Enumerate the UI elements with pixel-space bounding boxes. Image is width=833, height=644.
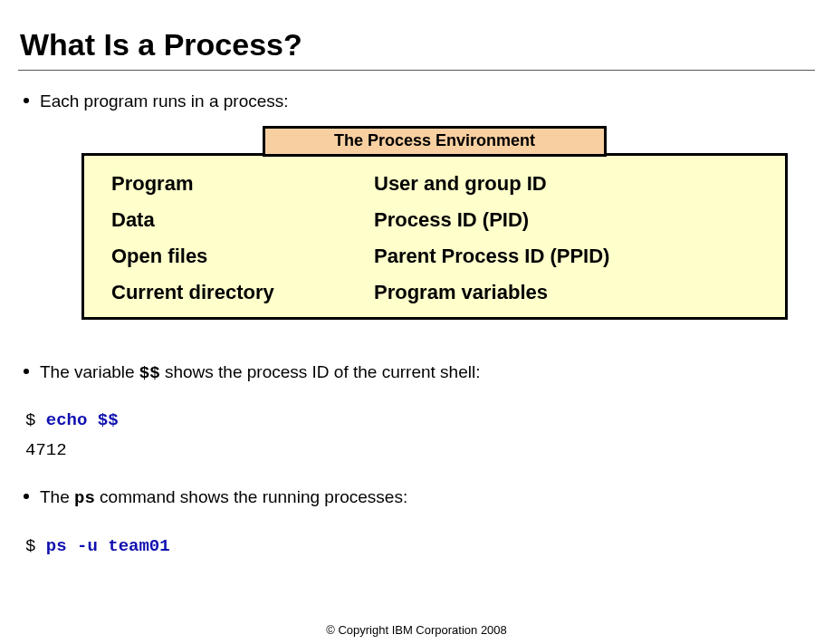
env-header-text: The Process Environment — [334, 131, 535, 150]
env-cell: Program — [111, 172, 374, 196]
title-rule — [18, 70, 815, 71]
bullet-dot-icon — [24, 494, 29, 499]
slide-title: What Is a Process? — [20, 27, 815, 62]
env-row: Current directory Program variables — [111, 281, 758, 304]
bullet-item: The variable $$ shows the process ID of … — [24, 361, 815, 385]
env-cell: Program variables — [374, 281, 548, 304]
bullet-item: The ps command shows the running process… — [24, 486, 815, 510]
env-cell: User and group ID — [374, 172, 547, 196]
shell-prompt: $ — [25, 536, 46, 556]
env-cell: Process ID (PID) — [374, 208, 529, 232]
env-header-box: The Process Environment — [263, 126, 607, 157]
bullet-text: The variable $$ shows the process ID of … — [40, 361, 480, 385]
bullet-text: The ps command shows the running process… — [40, 486, 407, 510]
inline-code: $$ — [139, 363, 160, 383]
shell-prompt: $ — [25, 410, 46, 430]
env-cell: Parent Process ID (PPID) — [374, 245, 609, 268]
code-line: $ ps -u team01 — [25, 532, 815, 561]
shell-command: ps -u team01 — [46, 536, 170, 556]
shell-output: 4712 — [25, 436, 815, 465]
shell-command: echo $$ — [46, 410, 119, 430]
inline-code: ps — [74, 488, 95, 508]
env-cell: Current directory — [111, 281, 374, 304]
bullet-dot-icon — [24, 98, 29, 103]
bullet-text-part: The — [40, 487, 74, 506]
env-row: Program User and group ID — [111, 172, 758, 196]
copyright-footer: © Copyright IBM Corporation 2008 — [0, 623, 833, 637]
process-environment-diagram: The Process Environment Program User and… — [81, 126, 788, 293]
env-row: Data Process ID (PID) — [111, 208, 758, 232]
code-example: $ ps -u team01 — [25, 532, 815, 561]
env-row: Open files Parent Process ID (PPID) — [111, 245, 758, 268]
code-example: $ echo $$ 4712 — [25, 406, 815, 465]
bullet-text-part: The variable — [40, 362, 139, 381]
bullet-item: Each program runs in a process: — [24, 91, 815, 113]
env-cell: Open files — [111, 245, 374, 268]
env-body-box: Program User and group ID Data Process I… — [81, 153, 788, 320]
bullet-dot-icon — [24, 369, 29, 374]
bullet-text-part: shows the process ID of the current shel… — [160, 362, 481, 381]
code-line: $ echo $$ — [25, 406, 815, 435]
bullet-text-part: command shows the running processes: — [95, 487, 407, 506]
bullet-text: Each program runs in a process: — [40, 91, 289, 113]
env-cell: Data — [111, 208, 374, 232]
